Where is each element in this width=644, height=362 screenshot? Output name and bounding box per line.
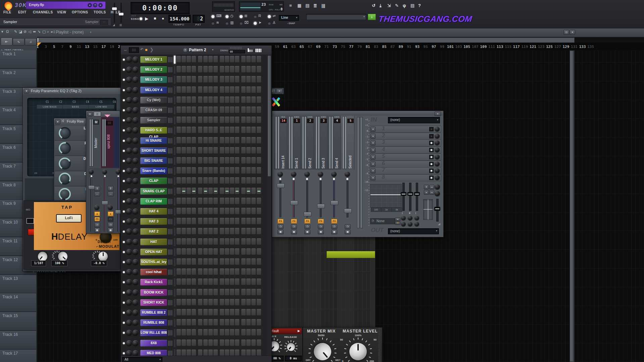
step-cell[interactable] <box>220 268 224 275</box>
track-header[interactable]: Track 16 <box>0 331 36 349</box>
channel-pan-knob[interactable] <box>126 249 132 255</box>
strip-clock-button[interactable]: ◷ <box>318 224 324 229</box>
step-cell[interactable] <box>182 319 186 326</box>
step-cell[interactable] <box>220 329 224 336</box>
channel-volume-knob[interactable] <box>133 198 138 204</box>
step-cell[interactable] <box>241 188 246 194</box>
channel-button[interactable]: MELODY 4 <box>140 87 167 94</box>
step-cell[interactable] <box>192 268 196 275</box>
step-cell[interactable] <box>192 309 196 316</box>
channel-select-bar[interactable] <box>174 56 176 64</box>
snap-selector[interactable]: Line ▾ <box>279 15 299 21</box>
channel-select-bar[interactable] <box>174 96 176 104</box>
step-cell[interactable] <box>235 198 239 204</box>
channel-mute-led[interactable] <box>123 281 125 283</box>
step-cell[interactable] <box>251 157 256 164</box>
mini-pan-knob-spinz[interactable] <box>102 169 107 174</box>
step-cell[interactable] <box>187 127 191 133</box>
step-cell[interactable] <box>198 86 202 93</box>
step-cell[interactable] <box>251 238 256 245</box>
step-cell[interactable] <box>192 147 196 154</box>
step-cell[interactable] <box>241 137 246 144</box>
fx-slot-enable-led[interactable] <box>429 176 434 180</box>
step-cell[interactable] <box>198 289 202 296</box>
step-cell[interactable] <box>225 117 229 123</box>
channel-mute-led[interactable] <box>123 109 125 111</box>
strip-eq-knob-top[interactable] <box>414 216 419 220</box>
strip-eq-slider-thumb[interactable] <box>401 192 406 196</box>
countdown-toggle-led[interactable] <box>226 22 229 25</box>
step-cell[interactable] <box>208 56 213 63</box>
step-cell[interactable] <box>246 228 251 235</box>
time-next-button[interactable]: ➡ <box>395 221 400 225</box>
mini-strip-spinz[interactable]: 88spinz 808 <box>101 117 114 168</box>
fx-slot-mix-knob[interactable] <box>435 161 440 166</box>
channel-pan-knob[interactable] <box>126 198 132 204</box>
channel-button[interactable]: RUMBLE 808 2 <box>140 309 167 316</box>
master-volume-slider[interactable] <box>114 3 115 23</box>
channel-volume-knob[interactable] <box>133 249 138 255</box>
step-cell[interactable] <box>182 350 186 356</box>
channel-volume-knob[interactable] <box>133 107 138 113</box>
step-cell[interactable] <box>230 188 234 194</box>
step-cell[interactable] <box>203 258 208 265</box>
step-cell[interactable] <box>235 56 239 63</box>
step-cell[interactable] <box>235 319 239 326</box>
step-cell[interactable] <box>177 350 181 356</box>
strip-eq-slider[interactable] <box>402 183 405 211</box>
step-cell[interactable] <box>220 289 224 296</box>
step-cell[interactable] <box>246 258 251 265</box>
step-cell[interactable] <box>213 228 218 235</box>
step-cell[interactable] <box>198 107 202 113</box>
step-cell[interactable] <box>220 238 224 245</box>
step-cell[interactable] <box>225 107 229 113</box>
step-cell[interactable] <box>213 188 218 194</box>
step-cell[interactable] <box>208 157 213 164</box>
channel-button[interactable]: BIG SNARE <box>140 158 167 164</box>
channel-pan-knob[interactable] <box>126 138 132 143</box>
step-cell[interactable] <box>182 86 186 93</box>
step-cell[interactable] <box>192 329 196 336</box>
mini-clock-button-spinz[interactable]: ◷ <box>108 222 113 227</box>
step-cell[interactable] <box>208 86 213 93</box>
strip-eq-slider-thumb[interactable] <box>414 192 420 196</box>
step-cell[interactable] <box>230 66 234 73</box>
channel-mute-led[interactable] <box>123 119 125 121</box>
step-cell[interactable] <box>187 268 191 275</box>
strip-mute-led[interactable] <box>346 178 348 180</box>
step-cell[interactable] <box>220 340 224 346</box>
step-cell[interactable] <box>182 208 186 215</box>
fx-slot-enable-led[interactable] <box>429 155 434 159</box>
step-cell[interactable] <box>213 309 218 316</box>
channel-volume-knob[interactable] <box>133 208 138 214</box>
reverb-knob[interactable] <box>60 159 69 168</box>
step-cell[interactable] <box>182 198 186 204</box>
channel-select-bar[interactable] <box>174 106 176 114</box>
step-cell[interactable] <box>177 228 181 235</box>
step-cell[interactable] <box>198 218 202 225</box>
mini-fader-thumb-master[interactable] <box>88 185 95 189</box>
step-cell[interactable] <box>246 97 251 103</box>
fx-slot-mix-knob[interactable] <box>435 126 440 131</box>
strip-eq-knob-top[interactable] <box>401 216 406 220</box>
step-cell[interactable] <box>246 188 251 194</box>
step-cell[interactable] <box>187 177 191 184</box>
step-cell[interactable] <box>235 340 239 346</box>
step-cell[interactable] <box>235 76 239 83</box>
step-cell[interactable] <box>235 167 239 174</box>
step-cell[interactable] <box>241 299 246 306</box>
step-cell[interactable] <box>246 198 251 204</box>
channel-pan-knob[interactable] <box>126 148 132 154</box>
channel-volume-knob[interactable] <box>133 269 138 275</box>
browser-dropdown[interactable]: ▾ <box>306 14 366 20</box>
step-cell[interactable] <box>241 66 246 73</box>
step-cell[interactable] <box>198 177 202 184</box>
playlist-grid-light[interactable] <box>271 237 375 328</box>
channel-select-bar[interactable] <box>174 329 176 337</box>
channel-mute-led[interactable] <box>123 352 125 354</box>
fx-slot-menu-button[interactable]: ▾ <box>370 162 376 167</box>
step-cell[interactable] <box>203 86 208 93</box>
step-cell[interactable] <box>203 340 208 346</box>
step-edit-toggle-led[interactable] <box>268 15 271 18</box>
step-cell[interactable] <box>187 147 191 154</box>
